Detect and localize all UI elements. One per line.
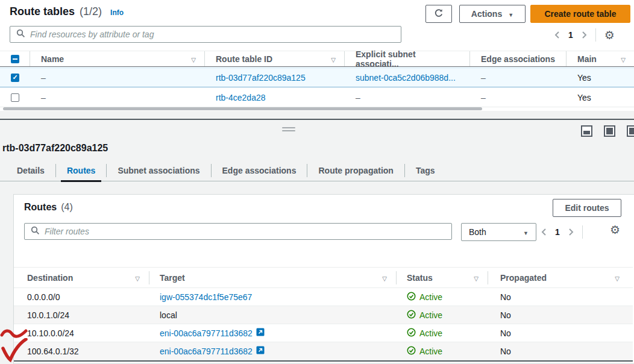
horizontal-scrollbar[interactable] <box>3 107 482 110</box>
divider <box>582 225 583 239</box>
filter-routes-search[interactable] <box>24 223 452 240</box>
column-header-explicit-subnet[interactable]: Explicit subnet associati... <box>345 51 470 66</box>
panel-layout-bottom-icon[interactable] <box>581 125 592 137</box>
row-checkbox-checked[interactable] <box>11 74 19 82</box>
tab-details[interactable]: Details <box>6 160 55 181</box>
cell-subnet: – <box>345 93 470 102</box>
sort-icon[interactable] <box>621 54 626 64</box>
route-table-id-link[interactable]: rtb-4ce2da28 <box>216 93 266 102</box>
column-header-target[interactable]: Target <box>149 271 397 284</box>
chevron-left-icon[interactable] <box>554 31 560 39</box>
routes-section-title: Routes (4) <box>24 202 73 213</box>
filter-routes-input[interactable] <box>45 227 445 236</box>
target-link[interactable]: eni-00ac6a797711d3682 <box>160 347 253 356</box>
cell-propagated: No <box>488 328 633 338</box>
settings-gear-icon[interactable] <box>604 30 615 41</box>
actions-label: Actions <box>471 9 502 19</box>
create-label: Create route table <box>544 9 616 19</box>
column-header-main[interactable]: Main <box>567 51 634 66</box>
cell-edge: – <box>470 73 567 83</box>
cell-status: Active <box>397 292 488 303</box>
info-link[interactable]: Info <box>110 8 124 17</box>
route-row[interactable]: 100.64.0.1/32 eni-00ac6a797711d3682 Acti… <box>14 342 633 360</box>
sort-icon[interactable] <box>191 54 196 64</box>
actions-button[interactable]: Actions <box>459 5 526 23</box>
routes-table-bottom-border <box>14 360 633 362</box>
route-row[interactable]: 10.0.1.0/24 local Active No <box>14 306 633 324</box>
route-table-id-link[interactable]: rtb-03d77af220c89a125 <box>216 73 306 83</box>
cell-destination: 0.0.0.0/0 <box>14 292 149 302</box>
cell-edge: – <box>470 93 567 102</box>
chevron-down-icon <box>508 9 513 19</box>
edit-routes-button[interactable]: Edit routes <box>553 199 621 217</box>
find-resources-search[interactable] <box>10 26 401 43</box>
column-header-edge-associations[interactable]: Edge associations <box>470 51 567 66</box>
selected-count: (1/2) <box>80 5 102 18</box>
create-route-table-button[interactable]: Create route table <box>530 5 630 23</box>
search-icon <box>16 29 25 40</box>
chevron-left-icon[interactable] <box>541 228 547 236</box>
cell-name: – <box>30 73 205 83</box>
status-active-icon <box>407 292 416 303</box>
current-page[interactable]: 1 <box>568 30 573 40</box>
panel-layout-full-icon[interactable] <box>604 125 615 137</box>
divider <box>595 28 596 42</box>
sort-icon[interactable] <box>615 273 620 283</box>
cell-propagated: No <box>488 310 633 320</box>
cell-destination: 10.0.1.0/24 <box>14 310 149 320</box>
cell-main: Yes <box>567 93 634 102</box>
refresh-button[interactable] <box>425 5 452 23</box>
chevron-down-icon <box>523 227 529 237</box>
cell-destination: 10.10.0.0/24 <box>14 328 149 338</box>
cell-propagated: No <box>488 347 633 356</box>
route-row[interactable]: 0.0.0.0/0 igw-055374dc1f5e75e67 Active N… <box>14 288 633 306</box>
target-text: local <box>160 310 177 320</box>
settings-gear-icon[interactable] <box>610 224 620 236</box>
tab-routes[interactable]: Routes <box>56 160 106 181</box>
tab-route-propagation[interactable]: Route propagation <box>307 160 404 181</box>
vpc-route-tables-console: Route tables (1/2) Info Actions Create r… <box>0 0 634 364</box>
table-row[interactable]: – rtb-03d77af220c89a125 subnet-0ca5c2d06… <box>0 67 634 87</box>
page-title: Route tables <box>10 5 75 18</box>
sort-icon[interactable] <box>474 273 479 283</box>
select-all-checkbox-cell[interactable] <box>0 51 30 66</box>
chevron-right-icon[interactable] <box>568 228 574 236</box>
column-header-route-table-id[interactable]: Route table ID <box>205 51 345 66</box>
target-link[interactable]: igw-055374dc1f5e75e67 <box>160 292 252 302</box>
external-link-icon[interactable] <box>256 328 265 338</box>
target-link[interactable]: eni-00ac6a797711d3682 <box>160 328 253 338</box>
column-header-propagated[interactable]: Propagated <box>488 273 633 283</box>
table-row[interactable]: – rtb-4ce2da28 – – Yes <box>0 88 634 107</box>
panel-resize-handle[interactable] <box>282 127 295 131</box>
column-header-name[interactable]: Name <box>30 51 205 66</box>
sort-icon[interactable] <box>382 273 387 283</box>
row-checkbox-unchecked[interactable] <box>11 93 19 102</box>
status-active-icon <box>407 328 416 339</box>
current-page[interactable]: 1 <box>555 227 560 237</box>
chevron-right-icon[interactable] <box>582 31 587 39</box>
filter-mode-select[interactable]: Both <box>461 223 536 241</box>
subnet-association-link[interactable]: subnet-0ca5c2d06b988d... <box>356 73 456 83</box>
column-header-destination[interactable]: Destination <box>14 271 149 284</box>
page-header: Route tables (1/2) Info <box>10 5 124 18</box>
refresh-icon <box>434 8 444 20</box>
sort-icon[interactable] <box>331 54 336 64</box>
tab-edge-associations[interactable]: Edge associations <box>212 160 307 181</box>
route-row[interactable]: 10.10.0.0/24 eni-00ac6a797711d3682 Activ… <box>14 324 633 342</box>
search-input[interactable] <box>30 30 395 39</box>
cell-status: Active <box>397 310 488 321</box>
select-all-checkbox[interactable] <box>11 55 19 63</box>
route-tables-header-row: Name Route table ID Explicit subnet asso… <box>0 51 634 67</box>
status-active-icon <box>407 310 416 321</box>
cell-destination: 100.64.0.1/32 <box>14 347 149 356</box>
routes-header-row: Destination Target Status Propagated <box>14 267 633 288</box>
tab-tags[interactable]: Tags <box>405 160 446 181</box>
external-link-icon[interactable] <box>256 346 265 356</box>
detail-tabs: Details Routes Subnet associations Edge … <box>0 160 634 181</box>
tab-subnet-associations[interactable]: Subnet associations <box>107 160 210 181</box>
detail-title: rtb-03d77af220c89a125 <box>2 143 108 154</box>
cell-status: Active <box>397 328 488 339</box>
panel-layout-side-icon[interactable] <box>627 125 634 137</box>
sort-icon[interactable] <box>135 273 140 283</box>
column-header-status[interactable]: Status <box>397 271 488 284</box>
